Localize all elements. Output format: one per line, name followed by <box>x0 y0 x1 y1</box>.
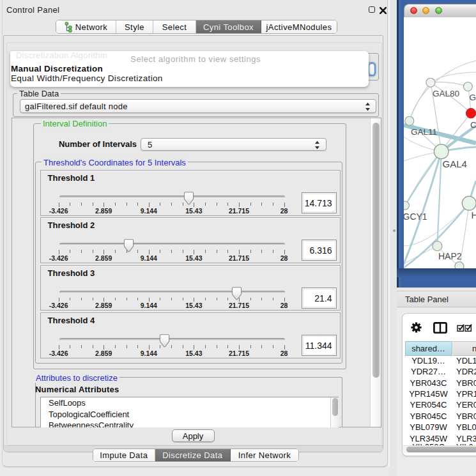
svg-text:C: C <box>470 120 476 130</box>
svg-text:GCY1: GCY1 <box>404 211 427 222</box>
svg-text:GAL11: GAL11 <box>411 127 437 137</box>
svg-text:H: H <box>472 210 476 220</box>
svg-text:GAL4: GAL4 <box>443 158 467 169</box>
svg-text:GAL80: GAL80 <box>433 89 459 98</box>
svg-text:GA: GA <box>470 93 476 102</box>
svg-text:HAP2: HAP2 <box>438 251 462 261</box>
